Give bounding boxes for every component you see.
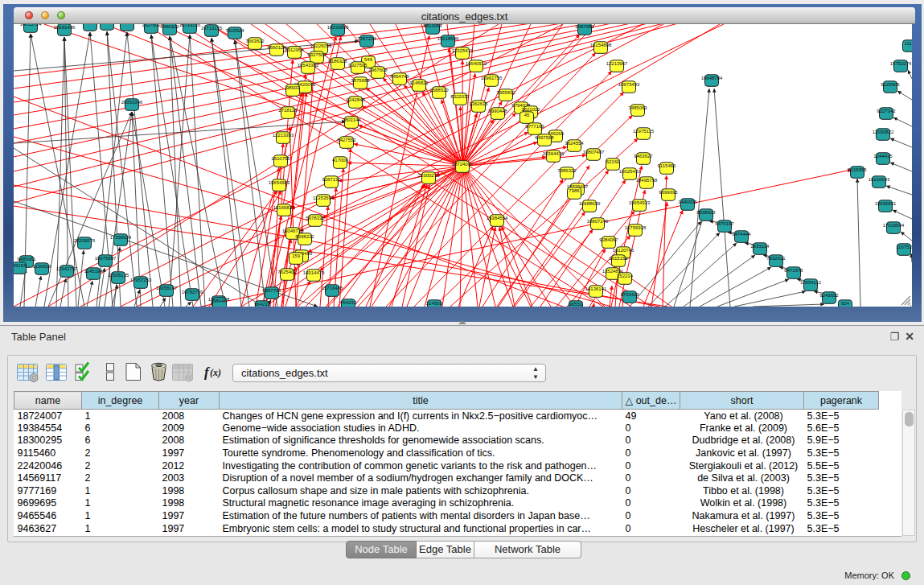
svg-text:9146821: 9146821 bbox=[409, 80, 429, 85]
svg-text:16640910: 16640910 bbox=[466, 61, 487, 66]
svg-text:2933114: 2933114 bbox=[751, 244, 770, 249]
svg-text:16713155: 16713155 bbox=[201, 26, 223, 31]
svg-text:10653267: 10653267 bbox=[117, 24, 138, 25]
svg-text:2967608: 2967608 bbox=[368, 68, 388, 72]
svg-text:16033809: 16033809 bbox=[327, 25, 349, 30]
svg-text:14136141: 14136141 bbox=[585, 286, 607, 291]
svg-text:12975115: 12975115 bbox=[633, 129, 655, 134]
svg-text:116753: 116753 bbox=[896, 245, 912, 249]
svg-text:764233: 764233 bbox=[340, 300, 357, 305]
svg-text:16756928: 16756928 bbox=[625, 225, 647, 230]
svg-text:7515524: 7515524 bbox=[225, 28, 244, 33]
svg-text:9242848: 9242848 bbox=[346, 97, 365, 102]
svg-text:924: 924 bbox=[841, 301, 850, 306]
svg-text:9857791: 9857791 bbox=[262, 288, 281, 293]
svg-text:9699695: 9699695 bbox=[659, 190, 678, 195]
svg-text:12213967: 12213967 bbox=[606, 61, 628, 66]
svg-text:1440935: 1440935 bbox=[678, 200, 697, 204]
svg-text:1615152: 1615152 bbox=[609, 256, 628, 261]
svg-text:19384554: 19384554 bbox=[487, 216, 508, 220]
svg-text:1733426: 1733426 bbox=[620, 292, 639, 297]
svg-text:18724007: 18724007 bbox=[452, 162, 474, 167]
svg-text:7485063: 7485063 bbox=[628, 105, 647, 110]
svg-text:10025433: 10025433 bbox=[619, 169, 641, 174]
svg-text:1112: 1112 bbox=[905, 41, 912, 46]
svg-text:15751074: 15751074 bbox=[890, 61, 912, 66]
svg-text:18807249: 18807249 bbox=[587, 219, 609, 224]
svg-text:10807487: 10807487 bbox=[583, 150, 605, 154]
svg-text:2803144: 2803144 bbox=[342, 117, 361, 122]
svg-text:7986322: 7986322 bbox=[557, 168, 577, 173]
svg-text:45: 45 bbox=[524, 113, 530, 117]
svg-text:98903: 98903 bbox=[286, 85, 300, 90]
svg-text:14055724: 14055724 bbox=[20, 24, 42, 27]
svg-text:20053346: 20053346 bbox=[121, 100, 143, 105]
svg-text:9485061: 9485061 bbox=[17, 257, 36, 262]
svg-text:417006: 417006 bbox=[332, 158, 349, 163]
svg-text:8215955: 8215955 bbox=[848, 167, 867, 172]
svg-text:8186328: 8186328 bbox=[328, 59, 347, 64]
svg-text:15692901: 15692901 bbox=[875, 201, 897, 206]
svg-text:10958107: 10958107 bbox=[156, 286, 178, 290]
svg-text:98448: 98448 bbox=[213, 299, 227, 303]
svg-text:39154: 39154 bbox=[14, 263, 27, 268]
svg-text:10975887: 10975887 bbox=[95, 256, 117, 261]
svg-text:7955812: 7955812 bbox=[496, 90, 515, 95]
svg-text:12213383: 12213383 bbox=[273, 133, 294, 138]
svg-text:18495758: 18495758 bbox=[636, 178, 658, 183]
svg-text:25300273: 25300273 bbox=[418, 173, 440, 178]
svg-text:6479197: 6479197 bbox=[715, 221, 734, 226]
svg-text:9474444: 9474444 bbox=[732, 232, 751, 237]
svg-text:16210643: 16210643 bbox=[869, 177, 890, 182]
svg-text:9990448: 9990448 bbox=[488, 109, 507, 113]
svg-text:546: 546 bbox=[364, 57, 373, 62]
svg-text:10688609: 10688609 bbox=[579, 201, 601, 206]
svg-text:8454749: 8454749 bbox=[390, 74, 409, 79]
svg-text:16782759: 16782759 bbox=[182, 290, 203, 295]
svg-text:2718126: 2718126 bbox=[278, 108, 298, 113]
svg-text:9227342: 9227342 bbox=[877, 109, 896, 113]
svg-text:17016504: 17016504 bbox=[883, 223, 905, 228]
svg-text:10543382: 10543382 bbox=[298, 63, 319, 68]
svg-text:8322037: 8322037 bbox=[450, 94, 470, 99]
svg-text:15716485: 15716485 bbox=[322, 286, 343, 290]
svg-text:20691406: 20691406 bbox=[54, 25, 76, 30]
svg-text:1362615: 1362615 bbox=[469, 101, 488, 106]
svg-text:8912954: 8912954 bbox=[285, 47, 304, 52]
svg-text:964233: 964233 bbox=[254, 302, 271, 307]
svg-text:6466102: 6466102 bbox=[160, 24, 179, 29]
svg-text:16648784: 16648784 bbox=[701, 76, 723, 80]
svg-text:20206576: 20206576 bbox=[74, 238, 96, 243]
svg-text:7625402: 7625402 bbox=[277, 270, 297, 274]
svg-text:12505135: 12505135 bbox=[108, 273, 129, 278]
svg-text:8813054: 8813054 bbox=[423, 24, 442, 28]
svg-text:9777169: 9777169 bbox=[525, 124, 544, 129]
svg-text:19166825: 19166825 bbox=[273, 205, 295, 210]
svg-text:9327505: 9327505 bbox=[348, 63, 368, 68]
svg-text:9463627: 9463627 bbox=[634, 154, 653, 159]
svg-text:9243652: 9243652 bbox=[819, 293, 839, 298]
svg-text:6497568: 6497568 bbox=[535, 135, 554, 140]
svg-text:1610755: 1610755 bbox=[271, 156, 290, 161]
svg-text:1145194: 1145194 bbox=[84, 269, 104, 274]
svg-text:7632621: 7632621 bbox=[766, 256, 786, 261]
svg-text:19654923: 19654923 bbox=[629, 200, 651, 205]
svg-text:1527602: 1527602 bbox=[142, 24, 161, 27]
svg-text:3624554: 3624554 bbox=[565, 141, 584, 146]
svg-text:10654112: 10654112 bbox=[800, 280, 822, 285]
svg-text:9129906: 9129906 bbox=[881, 82, 900, 87]
svg-text:16046738: 16046738 bbox=[282, 229, 304, 233]
svg-text:8471676: 8471676 bbox=[784, 268, 803, 273]
svg-text:9084067: 9084067 bbox=[599, 237, 618, 242]
svg-text:7986: 7986 bbox=[569, 188, 580, 193]
svg-text:17359924: 17359924 bbox=[110, 235, 132, 240]
svg-text:9115460: 9115460 bbox=[658, 163, 677, 168]
svg-text:12093822: 12093822 bbox=[873, 130, 894, 134]
svg-text:14914479: 14914479 bbox=[303, 270, 325, 275]
svg-text:13325419: 13325419 bbox=[452, 48, 474, 53]
svg-text:214505: 214505 bbox=[426, 301, 443, 306]
svg-text:8427552: 8427552 bbox=[337, 138, 356, 142]
svg-text:252214: 252214 bbox=[617, 274, 634, 278]
svg-text:8938923: 8938923 bbox=[696, 210, 716, 215]
svg-text:7663822: 7663822 bbox=[245, 39, 265, 43]
